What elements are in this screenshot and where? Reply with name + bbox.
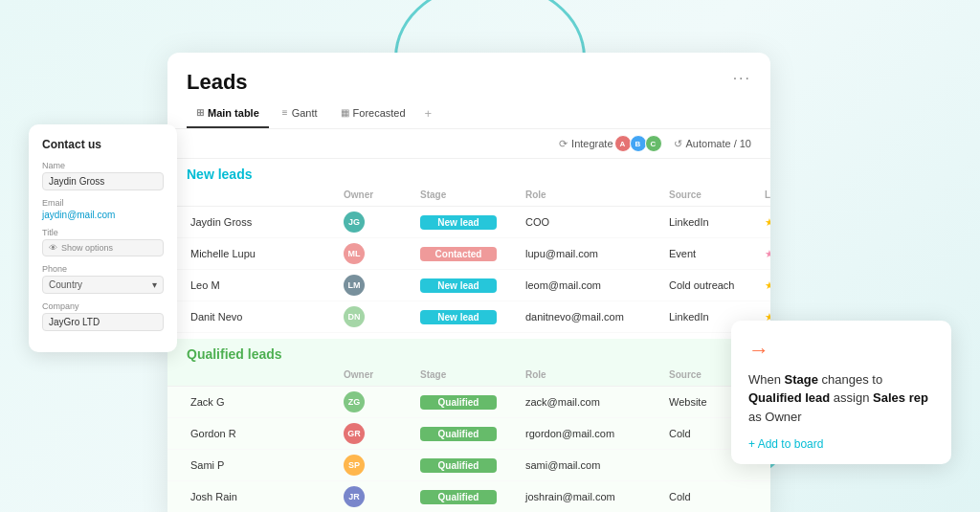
avatar-1: A [614, 135, 632, 152]
col-name-q [187, 367, 340, 384]
table-row: Gordon R GR Qualified rgordon@mail.com C… [167, 418, 770, 450]
row-name: Jaydin Gross [190, 216, 252, 228]
cell-stars [761, 494, 770, 500]
country-select[interactable]: Country ▾ [42, 276, 164, 294]
col-stage-q: Stage [416, 367, 522, 384]
contact-email-field: Email jaydin@mail.com [42, 198, 164, 220]
col-name [187, 188, 340, 204]
phone-label: Phone [42, 264, 164, 274]
table-row: Zack G ZG Qualified zack@mail.com Websit… [167, 387, 770, 418]
name-value: Jaydin Gross [42, 172, 164, 190]
cell-owner: ML [340, 240, 416, 267]
contact-title-field: Title 👁 Show options [42, 228, 164, 256]
cell-role: leom@mail.com [522, 277, 665, 294]
contact-company-field: Company JayGro LTD [42, 301, 164, 331]
cell-stage: Qualified [416, 456, 522, 476]
info-text-1: When [748, 372, 785, 387]
cell-source: LinkedIn [665, 213, 761, 231]
cell-stage: New lead [416, 307, 522, 327]
company-label: Company [42, 301, 164, 311]
cell-role: joshrain@mail.com [522, 488, 665, 505]
automate-label: Automate / 10 [686, 138, 752, 149]
contact-card-title: Contact us [42, 138, 164, 151]
panel-menu-button[interactable]: ··· [733, 70, 751, 87]
email-value[interactable]: jaydin@mail.com [42, 210, 164, 220]
add-to-board-button[interactable]: + Add to board [748, 437, 934, 451]
table-row: Michelle Lupu ML Contacted lupu@mail.com… [167, 238, 770, 270]
qualified-leads-header: Qualified leads [167, 339, 770, 366]
automate-button[interactable]: ↺ Automate / 10 [674, 138, 752, 150]
tab-gantt-label: Gantt [292, 107, 318, 119]
avatar-3: C [645, 135, 662, 152]
cell-name: Leo M [187, 277, 340, 294]
name-label: Name [42, 161, 164, 170]
cell-owner: ZG [340, 389, 416, 415]
forecasted-icon: ▦ [341, 107, 349, 118]
col-role: Role [522, 188, 665, 204]
country-value: Country [49, 279, 82, 290]
info-highlight-stage: Stage [785, 372, 818, 387]
star-rating: ★ ★ ★ ★ ★ [765, 279, 770, 292]
cell-name: Sami P [187, 456, 340, 474]
stage-badge: New lead [420, 215, 497, 230]
table-icon: ⊞ [196, 107, 204, 118]
cell-role: sami@mail.com [522, 456, 665, 474]
cell-stage: Qualified [416, 487, 522, 507]
automate-icon: ↺ [674, 138, 682, 150]
show-options-button[interactable]: 👁 Show options [42, 239, 164, 256]
stage-badge: New lead [420, 278, 497, 293]
panel-title: Leads [187, 70, 248, 95]
cell-name: Gordon R [187, 425, 340, 442]
stage-badge: Qualified [420, 490, 497, 504]
col-owner-q: Owner [340, 367, 416, 384]
cell-stars: ★ ★ ★ ★ ★ [761, 245, 770, 263]
cell-owner: SP [340, 452, 416, 479]
info-text-4: as Owner [748, 410, 802, 424]
leads-panel: Leads ··· ⊞ Main table ≡ Gantt ▦ Forecas… [167, 53, 770, 512]
contact-phone-field: Phone Country ▾ [42, 264, 164, 294]
avatar: JG [344, 211, 365, 233]
cell-owner: LM [340, 272, 416, 299]
qualified-leads-col-headers: Owner Stage Role Source Lead score i [167, 366, 770, 387]
table-row: Leo M LM New lead leom@mail.com Cold out… [167, 270, 770, 301]
col-role-q: Role [522, 367, 665, 384]
show-options-label: Show options [61, 243, 113, 253]
table-row: Danit Nevo DN New lead danitnevo@mail.co… [167, 301, 770, 333]
table-row: Sami P SP Qualified sami@mail.com [167, 450, 770, 481]
contact-card: Contact us Name Jaydin Gross Email jaydi… [29, 124, 177, 352]
cell-stage: New lead [416, 212, 522, 233]
table-row: Josh Rain JR Qualified joshrain@mail.com… [167, 481, 770, 512]
cell-role: danitnevo@mail.com [522, 308, 665, 325]
cell-name: Zack G [187, 393, 340, 411]
col-source: Source [665, 188, 761, 204]
tab-main-table[interactable]: ⊞ Main table [187, 103, 269, 128]
stage-badge: Qualified [420, 427, 497, 441]
integrate-icon: ⟳ [559, 138, 568, 150]
chevron-down-icon: ▾ [152, 279, 157, 290]
cell-source: Event [665, 245, 761, 262]
tab-forecasted[interactable]: ▦ Forecasted [331, 103, 415, 128]
tab-forecasted-label: Forecasted [353, 107, 406, 119]
add-tab-button[interactable]: + [419, 102, 438, 128]
cell-stars: ★ ★ ★ ★ ★ [761, 277, 770, 295]
col-stage: Stage [416, 188, 522, 204]
title-label: Title [42, 228, 164, 237]
tab-gantt[interactable]: ≡ Gantt [273, 103, 327, 128]
star-rating: ★ ★ ★ ★ ★ [765, 216, 770, 229]
col-owner: Owner [340, 188, 416, 204]
stage-badge: Contacted [420, 247, 497, 261]
info-text-3: assign [830, 390, 873, 405]
cell-owner: JG [340, 209, 416, 235]
cell-source: Cold outreach [665, 277, 761, 294]
cell-source: Cold [665, 488, 761, 505]
cell-role: lupu@mail.com [522, 245, 665, 262]
integrate-button[interactable]: ⟳ Integrate A B C [559, 135, 661, 152]
cell-owner: GR [340, 420, 416, 447]
avatar: SP [344, 455, 365, 476]
avatar: ML [344, 243, 365, 264]
table-area: New leads Owner Stage Role Source Lead s… [167, 159, 770, 512]
cell-name: Jaydin Gross [187, 213, 340, 231]
toolbar: ⟳ Integrate A B C ↺ Automate / 10 [167, 129, 770, 159]
eye-icon: 👁 [49, 243, 57, 253]
avatar: JR [344, 486, 365, 507]
